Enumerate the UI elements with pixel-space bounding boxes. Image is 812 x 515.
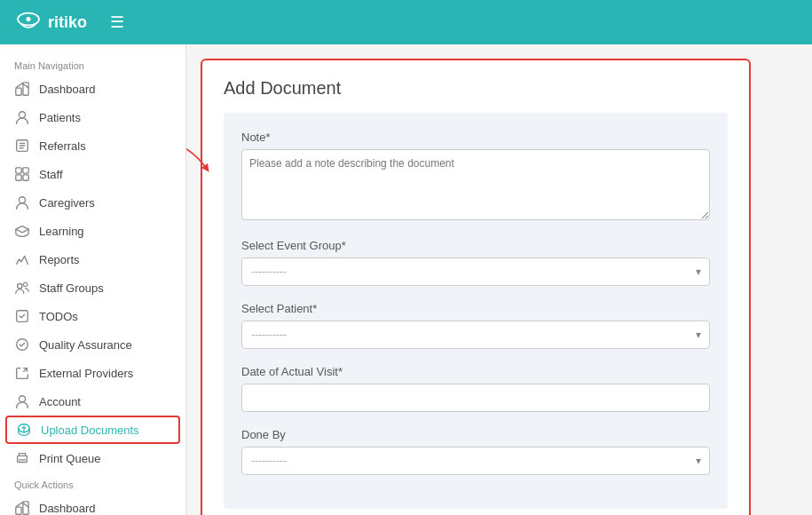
form-inner: Note* Select Event Group* ---------- ▾ [224,113,728,509]
event-group-wrapper: ---------- ▾ [241,258,710,286]
sidebar-item-quality-assurance[interactable]: Quality Assurance [0,330,185,359]
svg-rect-6 [16,168,21,173]
sidebar-label-dashboard: Dashboard [39,83,96,96]
sidebar-label-upload-documents: Upload Documents [41,424,139,437]
done-by-label: Done By [241,428,710,441]
sidebar-item-referrals[interactable]: Referrals [0,131,185,160]
app-logo: ritiko [14,12,87,33]
sidebar-label-print-queue: Print Queue [39,452,100,465]
event-group-group: Select Event Group* ---------- ▾ [241,239,710,286]
print-queue-icon [14,450,30,466]
sidebar-label-caregivers: Caregivers [39,196,95,210]
event-group-label: Select Event Group* [241,239,710,252]
svg-rect-8 [16,175,21,180]
staff-icon [14,166,30,182]
svg-point-11 [18,284,22,289]
sidebar-label-staff-groups: Staff Groups [39,281,104,295]
sidebar-label-reports: Reports [39,253,80,266]
main-content: Step 2 Step 1 Add Document Note* [186,44,812,515]
sidebar-item-learning[interactable]: Learning [0,217,185,245]
sidebar-item-staff[interactable]: Staff [0,160,185,188]
visit-date-label: Date of Actual Visit* [241,365,710,378]
svg-point-15 [19,396,25,402]
quick-actions-label: Quick Actions [0,472,185,494]
sidebar-item-patients[interactable]: Patients [0,103,185,131]
form-title: Add Document [224,78,728,99]
sidebar-item-caregivers[interactable]: Caregivers [0,188,185,217]
upload-documents-icon [16,422,32,438]
sidebar-item-external-providers[interactable]: External Providers [0,359,185,387]
learning-icon [14,223,30,239]
todos-icon [14,308,30,324]
main-layout: Main Navigation Dashboard Patients Refer… [0,44,812,515]
note-group: Note* [241,131,710,223]
svg-rect-17 [18,456,28,462]
add-document-card: Add Document Note* Select Event Group* -… [201,59,751,515]
svg-point-1 [26,17,30,21]
sidebar-label-account: Account [39,395,81,408]
sidebar-item-upload-documents[interactable]: Upload Documents [5,416,180,444]
patient-select[interactable]: ---------- [241,321,710,349]
svg-rect-7 [23,168,28,173]
sidebar-item-staff-groups[interactable]: Staff Groups [0,273,185,302]
svg-rect-9 [23,175,28,180]
svg-rect-2 [16,88,21,95]
account-icon [14,393,30,409]
svg-rect-18 [16,507,21,514]
external-providers-icon [14,365,30,381]
patient-label: Select Patient* [241,302,710,315]
sidebar-item-dashboard[interactable]: Dashboard [0,75,185,103]
caregivers-icon [14,194,30,210]
main-nav-label: Main Navigation [0,53,185,75]
done-by-wrapper: ---------- ▾ [241,447,710,475]
done-by-group: Done By ---------- ▾ [241,428,710,475]
hamburger-button[interactable]: ☰ [110,12,124,32]
sidebar: Main Navigation Dashboard Patients Refer… [0,44,186,515]
referrals-icon [14,138,30,154]
svg-point-10 [19,197,25,203]
sidebar-item-dashboard-quick[interactable]: Dashboard [0,494,185,515]
patients-icon [14,109,30,125]
sidebar-item-todos[interactable]: TODOs [0,302,185,330]
logo-text: ritiko [48,13,87,32]
sidebar-item-account[interactable]: Account [0,387,185,416]
quality-icon [14,337,30,353]
sidebar-label-quality-assurance: Quality Assurance [39,338,132,352]
logo-icon [14,12,43,33]
event-group-select[interactable]: ---------- [241,258,710,286]
home-icon-2 [14,500,30,515]
patient-wrapper: ---------- ▾ [241,321,710,349]
sidebar-label-referrals: Referrals [39,139,86,153]
app-header: ritiko ☰ [0,0,812,44]
home-icon [14,81,30,97]
patient-group: Select Patient* ---------- ▾ [241,302,710,349]
staff-groups-icon [14,280,30,296]
reports-icon [14,251,30,267]
sidebar-label-external-providers: External Providers [39,367,133,380]
note-label: Note* [241,131,710,144]
done-by-select[interactable]: ---------- [241,447,710,475]
note-textarea[interactable] [241,149,710,220]
sidebar-label-staff: Staff [39,168,63,181]
visit-date-group: Date of Actual Visit* [241,365,710,412]
visit-date-input[interactable] [241,384,710,412]
sidebar-item-print-queue[interactable]: Print Queue [0,444,185,472]
sidebar-label-dashboard-quick: Dashboard [39,502,96,515]
svg-point-12 [23,282,28,287]
sidebar-label-learning: Learning [39,225,84,238]
sidebar-label-patients: Patients [39,111,81,124]
sidebar-item-reports[interactable]: Reports [0,245,185,273]
svg-point-4 [19,112,25,118]
sidebar-label-todos: TODOs [39,310,78,323]
